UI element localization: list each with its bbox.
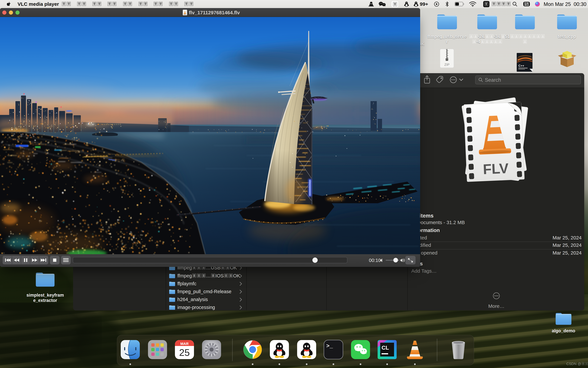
svg-text:25: 25: [179, 347, 190, 358]
svg-text:CL: CL: [382, 344, 389, 351]
svg-text:C++: C++: [518, 64, 524, 67]
svg-text:MAR: MAR: [180, 342, 189, 346]
svg-text:ZIP: ZIP: [444, 63, 449, 66]
svg-text:FLV: FLV: [483, 160, 509, 177]
svg-text:FLV: FLV: [184, 14, 186, 15]
svg-text:>_: >_: [326, 343, 333, 349]
